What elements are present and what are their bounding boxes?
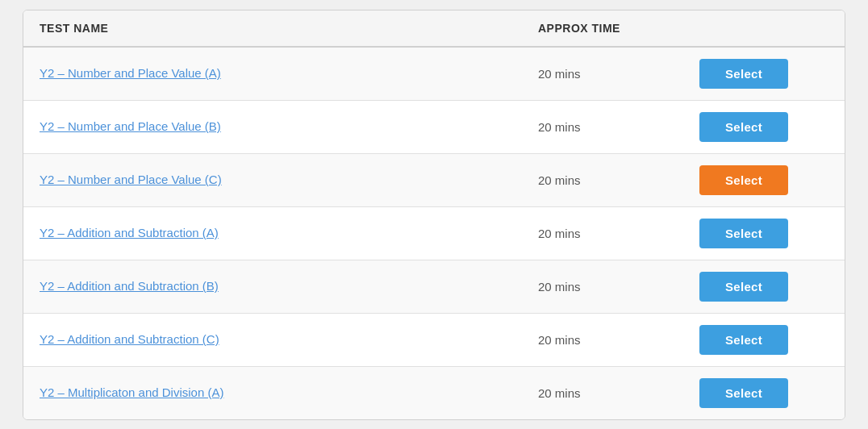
test-name-cell: Y2 – Addition and Subtraction (C): [40, 332, 538, 347]
table-row: Y2 – Number and Place Value (B)20 minsSe…: [23, 101, 845, 154]
approx-time-cell: 20 mins: [538, 173, 699, 187]
test-name-cell: Y2 – Number and Place Value (C): [40, 173, 538, 187]
test-name-link[interactable]: Y2 – Number and Place Value (A): [40, 66, 221, 80]
approx-time-cell: 20 mins: [538, 280, 699, 294]
select-button-3[interactable]: Select: [699, 165, 788, 195]
table-row: Y2 – Number and Place Value (A)20 minsSe…: [23, 48, 845, 101]
test-name-cell: Y2 – Number and Place Value (B): [40, 119, 538, 134]
action-cell: Select: [699, 219, 828, 248]
table-header: TEST NAME APPROX TIME: [23, 10, 845, 48]
select-button-1[interactable]: Select: [699, 59, 788, 89]
select-button-4[interactable]: Select: [699, 219, 788, 248]
tests-table: TEST NAME APPROX TIME Y2 – Number and Pl…: [23, 10, 845, 420]
header-action: [699, 22, 828, 35]
action-cell: Select: [699, 59, 828, 89]
action-cell: Select: [699, 112, 828, 142]
header-test-name: TEST NAME: [40, 22, 538, 35]
table-row: Y2 – Addition and Subtraction (B)20 mins…: [23, 260, 845, 314]
table-row: Y2 – Multiplicaton and Division (A)20 mi…: [23, 367, 845, 419]
table-row: Y2 – Number and Place Value (C)20 minsSe…: [23, 154, 845, 207]
test-name-link[interactable]: Y2 – Multiplicaton and Division (A): [40, 385, 223, 399]
test-name-link[interactable]: Y2 – Addition and Subtraction (C): [40, 332, 219, 346]
select-button-2[interactable]: Select: [699, 112, 788, 142]
test-name-cell: Y2 – Addition and Subtraction (B): [40, 279, 538, 294]
test-name-link[interactable]: Y2 – Addition and Subtraction (B): [40, 279, 219, 293]
header-approx-time: APPROX TIME: [538, 22, 699, 35]
approx-time-cell: 20 mins: [538, 333, 699, 347]
action-cell: Select: [699, 378, 828, 408]
action-cell: Select: [699, 165, 828, 195]
table-row: Y2 – Addition and Subtraction (C)20 mins…: [23, 314, 845, 367]
select-button-5[interactable]: Select: [699, 272, 788, 302]
approx-time-cell: 20 mins: [538, 120, 699, 134]
table-row: Y2 – Addition and Subtraction (A)20 mins…: [23, 207, 845, 260]
approx-time-cell: 20 mins: [538, 227, 699, 240]
test-name-cell: Y2 – Number and Place Value (A): [40, 66, 538, 81]
action-cell: Select: [699, 325, 828, 355]
test-name-link[interactable]: Y2 – Addition and Subtraction (A): [40, 226, 219, 239]
select-button-6[interactable]: Select: [699, 325, 788, 355]
table-body: Y2 – Number and Place Value (A)20 minsSe…: [23, 48, 845, 419]
approx-time-cell: 20 mins: [538, 386, 699, 400]
test-name-cell: Y2 – Multiplicaton and Division (A): [40, 385, 538, 400]
test-name-link[interactable]: Y2 – Number and Place Value (C): [40, 173, 222, 186]
test-name-cell: Y2 – Addition and Subtraction (A): [40, 226, 538, 240]
select-button-7[interactable]: Select: [699, 378, 788, 408]
action-cell: Select: [699, 272, 828, 302]
approx-time-cell: 20 mins: [538, 67, 699, 81]
test-name-link[interactable]: Y2 – Number and Place Value (B): [40, 119, 221, 133]
